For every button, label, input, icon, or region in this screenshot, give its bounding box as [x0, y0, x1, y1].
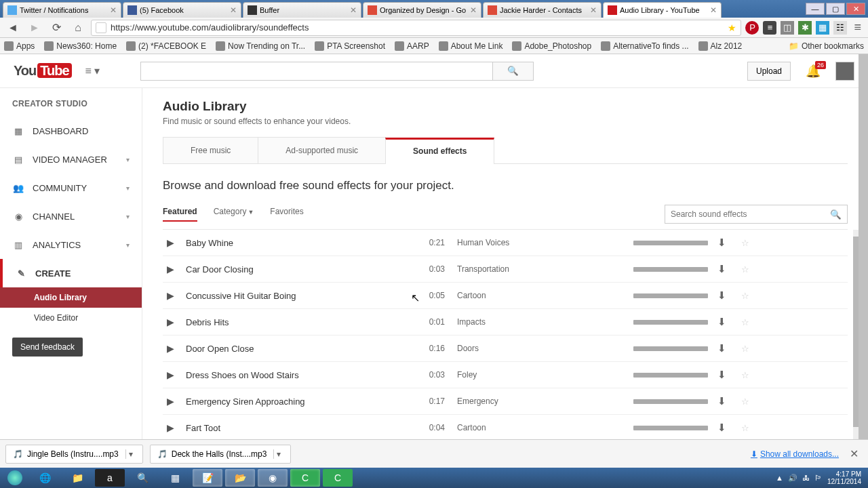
avatar[interactable] — [835, 62, 854, 81]
sidebar-item-video-manager[interactable]: ▤VIDEO MANAGER — [0, 145, 142, 174]
start-button[interactable] — [3, 469, 27, 487]
download-icon[interactable]: ⬇ — [708, 395, 735, 407]
sound-effects-search-input[interactable] — [665, 205, 824, 223]
bookmark-item[interactable]: Apps — [4, 41, 35, 51]
taskbar-explorer-icon[interactable]: 📁 — [62, 469, 92, 487]
track-category[interactable]: Cartoon — [457, 291, 633, 300]
sidebar-item-dashboard[interactable]: ▦DASHBOARD — [0, 117, 142, 145]
track-progress-bar[interactable] — [633, 426, 708, 430]
taskbar-clock[interactable]: 4:17 PM 12/11/2014 — [827, 470, 861, 485]
play-icon[interactable]: ▶ — [167, 369, 186, 380]
nav-home[interactable]: ⌂ — [69, 19, 87, 37]
bookmark-item[interactable]: AARP — [395, 41, 429, 51]
track-category[interactable]: Impacts — [457, 317, 633, 327]
browser-tab[interactable]: Buffer✕ — [243, 2, 361, 18]
browser-tab[interactable]: (5) Facebook✕ — [123, 2, 241, 18]
download-icon[interactable]: ⬇ — [708, 422, 735, 434]
system-tray[interactable]: ▲ 🔊 🖧 🏳 4:17 PM 12/11/2014 — [776, 470, 865, 485]
bookmark-item[interactable]: (2) *FACEBOOK E — [126, 41, 206, 51]
sidebar-item-channel[interactable]: ◉CHANNEL — [0, 202, 142, 230]
send-feedback-button[interactable]: Send feedback — [12, 338, 83, 357]
tab-close-icon[interactable]: ✕ — [230, 5, 237, 15]
tab-close-icon[interactable]: ✕ — [590, 5, 597, 15]
guide-toggle-icon[interactable]: ≡ ▾ — [83, 64, 103, 77]
track-progress-bar[interactable] — [633, 399, 708, 404]
bookmark-item[interactable]: About Me Link — [439, 41, 503, 51]
download-icon[interactable]: ⬇ — [708, 342, 735, 354]
favorite-star-icon[interactable]: ☆ — [735, 423, 755, 433]
download-item[interactable]: 🎵Jingle Bells (Instru....mp3▾ — [5, 445, 143, 464]
play-icon[interactable]: ▶ — [167, 422, 186, 433]
evernote-extension-icon[interactable]: ✱ — [798, 21, 812, 35]
download-icon[interactable]: ⬇ — [708, 237, 735, 249]
search-input[interactable] — [140, 62, 493, 81]
taskbar-chrome-icon[interactable]: ◉ — [258, 469, 288, 487]
window-close[interactable]: ✕ — [846, 3, 865, 15]
address-bar[interactable]: https://www.youtube.com/audiolibrary/sou… — [91, 20, 741, 36]
chrome-menu-icon[interactable]: ≡ — [851, 20, 864, 35]
track-progress-bar[interactable] — [633, 346, 708, 351]
track-progress-bar[interactable] — [633, 241, 708, 245]
taskbar-app-icon[interactable]: C — [323, 469, 353, 487]
nav-back[interactable]: ◄ — [4, 19, 22, 37]
window-maximize[interactable]: ▢ — [826, 3, 845, 15]
download-item[interactable]: 🎵Deck the Halls (Inst....mp3▾ — [150, 445, 292, 464]
show-all-downloads-link[interactable]: ⬇ Show all downloads... — [751, 449, 839, 459]
window-minimize[interactable]: — — [806, 3, 825, 15]
track-category[interactable]: Emergency — [457, 396, 633, 406]
bookmark-item[interactable]: Alz 2012 — [698, 41, 743, 51]
download-icon[interactable]: ⬇ — [708, 263, 735, 275]
favorite-star-icon[interactable]: ☆ — [735, 317, 755, 327]
bookmark-item[interactable]: Now Trending on Tr... — [216, 41, 305, 51]
bookmark-item[interactable]: Adobe_Photoshop — [512, 41, 591, 51]
tray-icons[interactable]: ▲ 🔊 🖧 🏳 — [776, 474, 823, 483]
tab-close-icon[interactable]: ✕ — [470, 5, 477, 15]
download-icon[interactable]: ⬇ — [708, 316, 735, 328]
taskbar-camtasia-icon[interactable]: C — [290, 469, 320, 487]
tab-ad-supported-music[interactable]: Ad-supported music — [258, 137, 386, 163]
track-category[interactable]: Doors — [457, 344, 633, 353]
bookmark-item[interactable]: News360: Home — [44, 41, 117, 51]
sound-effects-search-button[interactable]: 🔍 — [824, 205, 847, 223]
favorite-star-icon[interactable]: ☆ — [735, 264, 755, 274]
track-category[interactable]: Transportation — [457, 264, 633, 274]
taskbar-app-icon[interactable]: ▦ — [160, 469, 190, 487]
sidebar-item-analytics[interactable]: ▥ANALYTICS — [0, 230, 142, 259]
browser-tab[interactable]: Audio Library - YouTube✕ — [603, 2, 722, 18]
track-progress-bar[interactable] — [633, 267, 708, 272]
tab-close-icon[interactable]: ✕ — [710, 5, 717, 15]
page-scrollbar[interactable] — [859, 54, 868, 439]
taskbar-amazon-icon[interactable]: a — [95, 469, 125, 487]
play-icon[interactable]: ▶ — [167, 396, 186, 407]
bookmark-star-icon[interactable]: ★ — [728, 22, 736, 33]
track-progress-bar[interactable] — [633, 373, 708, 378]
play-icon[interactable]: ▶ — [167, 290, 186, 301]
browser-tab[interactable]: Organized by Design - Go✕ — [363, 2, 481, 18]
download-shelf-close[interactable]: ✕ — [846, 447, 863, 460]
play-icon[interactable]: ▶ — [167, 343, 186, 354]
sidebar-item-community[interactable]: 👥COMMUNITY — [0, 174, 142, 202]
taskbar-app-icon[interactable]: 🔍 — [127, 469, 157, 487]
filter-featured[interactable]: Featured — [163, 207, 197, 222]
extension-icon[interactable]: ▦ — [816, 21, 829, 35]
tab-free-music[interactable]: Free music — [163, 137, 258, 163]
bookmark-item[interactable]: PTA Screenshot — [315, 41, 385, 51]
tab-sound-effects[interactable]: Sound effects — [385, 138, 494, 164]
filter-category[interactable]: Category▼ — [214, 207, 254, 222]
pinterest-extension-icon[interactable]: P — [745, 21, 759, 35]
browser-tab[interactable]: Twitter / Notifications✕ — [3, 2, 121, 18]
buffer-extension-icon[interactable]: ≡ — [763, 21, 776, 35]
filter-favorites[interactable]: Favorites — [270, 207, 303, 222]
taskbar-ie-icon[interactable]: 🌐 — [30, 469, 60, 487]
download-icon[interactable]: ⬇ — [708, 369, 735, 381]
browser-tab[interactable]: Jackie Harder - Contacts✕ — [483, 2, 601, 18]
tab-close-icon[interactable]: ✕ — [350, 5, 357, 15]
upload-button[interactable]: Upload — [747, 62, 791, 81]
play-icon[interactable]: ▶ — [167, 237, 186, 248]
nav-reload[interactable]: ⟳ — [47, 19, 65, 37]
track-progress-bar[interactable] — [633, 320, 708, 325]
download-menu-caret[interactable]: ▾ — [125, 449, 136, 459]
favorite-star-icon[interactable]: ☆ — [735, 370, 755, 380]
bookmark-item[interactable]: AlternativeTo finds ... — [601, 41, 688, 51]
track-category[interactable]: Human Voices — [457, 238, 633, 247]
